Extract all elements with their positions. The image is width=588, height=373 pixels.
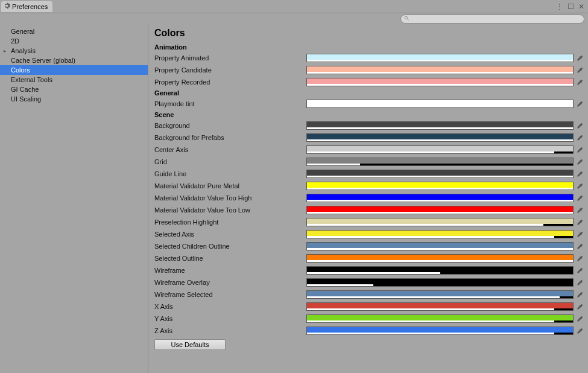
color-swatch[interactable]	[306, 266, 574, 275]
color-swatch[interactable]	[306, 302, 574, 311]
alpha-fill	[307, 164, 360, 165]
color-swatch-wrap	[306, 77, 584, 87]
sidebar-item-colors[interactable]: Colors	[0, 65, 148, 75]
color-swatch[interactable]	[306, 54, 574, 62]
color-swatch[interactable]	[306, 206, 574, 214]
maximize-icon[interactable]: ☐	[566, 2, 575, 11]
color-fill	[307, 218, 573, 224]
sidebar-item-analysis[interactable]: ▸Analysis	[0, 46, 148, 56]
color-row: Z Axis	[154, 325, 584, 337]
color-row: Material Validator Value Too Low	[154, 204, 584, 216]
color-row: Selected Axis	[154, 228, 584, 240]
color-swatch[interactable]	[306, 194, 574, 202]
eyedropper-icon[interactable]	[575, 145, 584, 155]
content-panel: Colors AnimationProperty AnimatedPropert…	[148, 24, 588, 373]
color-swatch-wrap	[306, 229, 584, 239]
color-swatch[interactable]	[306, 242, 574, 250]
sidebar-item-gi-cache[interactable]: GI Cache	[0, 84, 148, 94]
color-swatch[interactable]	[306, 158, 574, 166]
eyedropper-icon[interactable]	[575, 121, 584, 130]
color-label: Center Axis	[154, 146, 306, 153]
eyedropper-icon[interactable]	[575, 169, 584, 179]
color-swatch-wrap	[306, 266, 584, 275]
alpha-fill	[307, 260, 573, 262]
eyedropper-icon[interactable]	[575, 241, 584, 251]
sidebar-item-label: UI Scaling	[11, 95, 41, 103]
sidebar-item-label: External Tools	[11, 76, 52, 83]
alpha-fill	[307, 272, 440, 274]
color-swatch[interactable]	[306, 170, 574, 178]
color-label: Guide Line	[154, 170, 306, 177]
color-swatch[interactable]	[306, 66, 574, 74]
color-swatch[interactable]	[306, 290, 574, 299]
eyedropper-icon[interactable]	[575, 229, 584, 239]
color-fill	[307, 182, 573, 188]
alpha-fill	[307, 284, 373, 286]
color-swatch[interactable]	[306, 278, 574, 287]
eyedropper-icon[interactable]	[575, 217, 584, 227]
color-swatch[interactable]	[306, 100, 574, 108]
color-swatch-wrap	[306, 65, 584, 75]
color-swatch[interactable]	[306, 327, 574, 335]
sidebar-item-cache-server-global-[interactable]: Cache Server (global)	[0, 56, 148, 65]
eyedropper-icon[interactable]	[575, 99, 584, 109]
color-swatch-wrap	[306, 314, 584, 324]
color-swatch[interactable]	[306, 218, 574, 226]
eyedropper-icon[interactable]	[575, 290, 584, 299]
eyedropper-icon[interactable]	[575, 266, 584, 275]
color-swatch[interactable]	[306, 254, 574, 263]
alpha-fill	[307, 139, 573, 141]
color-swatch-wrap	[306, 290, 584, 299]
color-fill	[307, 255, 573, 260]
sidebar-item-general[interactable]: General	[0, 27, 148, 36]
eyedropper-icon[interactable]	[575, 65, 584, 75]
color-swatch-wrap	[306, 326, 584, 336]
expand-arrow-icon[interactable]: ▸	[4, 48, 6, 54]
color-fill	[307, 279, 573, 284]
eyedropper-icon[interactable]	[575, 314, 584, 324]
eyedropper-icon[interactable]	[575, 326, 584, 336]
color-fill	[307, 206, 573, 212]
color-swatch[interactable]	[306, 133, 574, 142]
color-label: Z Axis	[154, 327, 306, 334]
search-field[interactable]	[400, 14, 584, 24]
eyedropper-icon[interactable]	[575, 193, 584, 203]
kebab-icon[interactable]: ⋮	[555, 2, 564, 11]
color-swatch[interactable]	[306, 78, 574, 86]
color-swatch-wrap	[306, 181, 584, 191]
alpha-fill	[307, 224, 543, 226]
window-title: Preferences	[12, 3, 48, 10]
color-swatch[interactable]	[306, 314, 574, 323]
use-defaults-button[interactable]: Use Defaults	[154, 339, 226, 350]
eyedropper-icon[interactable]	[575, 205, 584, 215]
color-row: Selected Children Outline	[154, 240, 584, 252]
eyedropper-icon[interactable]	[575, 133, 584, 142]
alpha-fill	[307, 176, 573, 177]
color-swatch[interactable]	[306, 230, 574, 238]
color-label: Y Axis	[154, 315, 306, 322]
color-label: X Axis	[154, 303, 306, 310]
eyedropper-icon[interactable]	[575, 278, 584, 287]
sidebar-item-external-tools[interactable]: External Tools	[0, 75, 148, 84]
gear-icon	[4, 2, 10, 10]
sidebar-item-ui-scaling[interactable]: UI Scaling	[0, 94, 148, 104]
search-input[interactable]	[412, 16, 581, 22]
eyedropper-icon[interactable]	[575, 302, 584, 311]
color-swatch[interactable]	[306, 121, 574, 130]
color-row: X Axis	[154, 301, 584, 313]
color-swatch-wrap	[306, 278, 584, 287]
window-controls: ⋮ ☐ ✕	[555, 2, 588, 11]
eyedropper-icon[interactable]	[575, 53, 584, 63]
close-icon[interactable]: ✕	[577, 2, 586, 11]
sidebar-item-2d[interactable]: 2D	[0, 36, 148, 46]
eyedropper-icon[interactable]	[575, 181, 584, 191]
eyedropper-icon[interactable]	[575, 253, 584, 263]
color-swatch[interactable]	[306, 182, 574, 190]
color-fill	[307, 327, 573, 333]
color-row: Background for Prefabs	[154, 132, 584, 144]
eyedropper-icon[interactable]	[575, 157, 584, 167]
section-header: Animation	[154, 43, 584, 51]
color-swatch[interactable]	[306, 145, 574, 154]
eyedropper-icon[interactable]	[575, 77, 584, 87]
window-tab[interactable]: Preferences	[1, 1, 52, 12]
